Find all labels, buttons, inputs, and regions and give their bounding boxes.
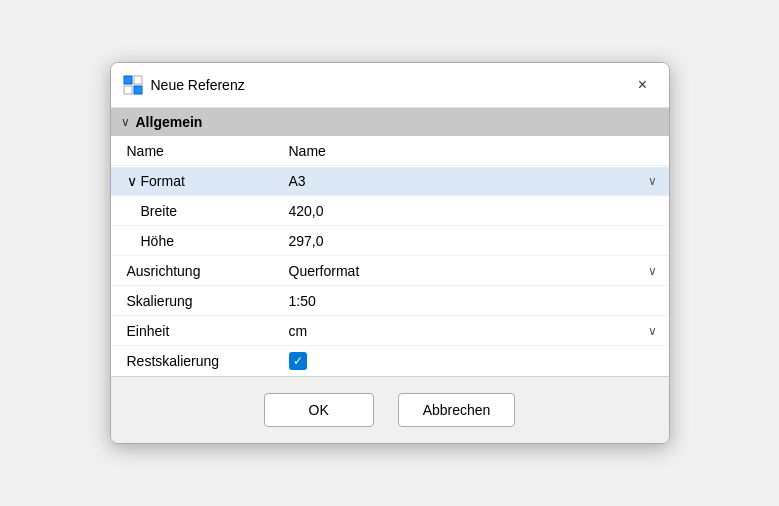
dropdown-arrow-einheit: ∨ xyxy=(648,324,661,338)
svg-rect-1 xyxy=(134,76,142,84)
prop-value-hoehe: 297,0 xyxy=(281,227,669,255)
prop-value-skalierung: 1:50 xyxy=(281,287,669,315)
prop-value-ausrichtung[interactable]: Querformat∨ xyxy=(281,257,669,285)
prop-row-hoehe: Höhe297,0 xyxy=(111,226,669,256)
dialog-title: Neue Referenz xyxy=(151,77,245,93)
prop-row-ausrichtung: AusrichtungQuerformat∨ xyxy=(111,256,669,286)
prop-label-einheit: Einheit xyxy=(111,317,281,345)
prop-row-einheit: Einheitcm∨ xyxy=(111,316,669,346)
close-button[interactable]: × xyxy=(629,71,657,99)
ok-button[interactable]: OK xyxy=(264,393,374,427)
properties-table: NameName∨FormatA3∨Breite420,0Höhe297,0Au… xyxy=(111,136,669,376)
dropdown-value-ausrichtung: Querformat xyxy=(289,263,360,279)
section-label: Allgemein xyxy=(136,114,203,130)
dropdown-arrow-ausrichtung: ∨ xyxy=(648,264,661,278)
prop-label-skalierung: Skalierung xyxy=(111,287,281,315)
prop-row-name: NameName xyxy=(111,136,669,166)
svg-rect-3 xyxy=(134,86,142,94)
prop-row-format: ∨FormatA3∨ xyxy=(111,166,669,196)
svg-rect-0 xyxy=(124,76,132,84)
title-bar: Neue Referenz × xyxy=(111,63,669,108)
prop-row-restskalierung: Restskalierung✓ xyxy=(111,346,669,376)
dropdown-value-format: A3 xyxy=(289,173,306,189)
prop-row-breite: Breite420,0 xyxy=(111,196,669,226)
app-icon xyxy=(123,75,143,95)
prop-label-hoehe: Höhe xyxy=(111,227,281,255)
section-header: ∨ Allgemein xyxy=(111,108,669,136)
prop-value-einheit[interactable]: cm∨ xyxy=(281,317,669,345)
prop-label-restskalierung: Restskalierung xyxy=(111,347,281,375)
dropdown-arrow-format: ∨ xyxy=(648,174,661,188)
section-chevron: ∨ xyxy=(121,115,130,129)
prop-value-breite: 420,0 xyxy=(281,197,669,225)
prop-label-ausrichtung: Ausrichtung xyxy=(111,257,281,285)
prop-value-format[interactable]: A3∨ xyxy=(281,167,669,195)
cancel-button[interactable]: Abbrechen xyxy=(398,393,516,427)
title-bar-left: Neue Referenz xyxy=(123,75,245,95)
dropdown-value-einheit: cm xyxy=(289,323,308,339)
svg-rect-2 xyxy=(124,86,132,94)
prop-label-name: Name xyxy=(111,137,281,165)
prop-label-format: ∨Format xyxy=(111,167,281,195)
prop-row-skalierung: Skalierung1:50 xyxy=(111,286,669,316)
dialog: Neue Referenz × ∨ Allgemein NameName∨For… xyxy=(110,62,670,444)
prop-value-name: Name xyxy=(281,137,669,165)
checkbox-restskalierung[interactable]: ✓ xyxy=(289,352,307,370)
dialog-footer: OK Abbrechen xyxy=(111,376,669,443)
prop-value-restskalierung[interactable]: ✓ xyxy=(281,346,669,376)
prop-label-breite: Breite xyxy=(111,197,281,225)
